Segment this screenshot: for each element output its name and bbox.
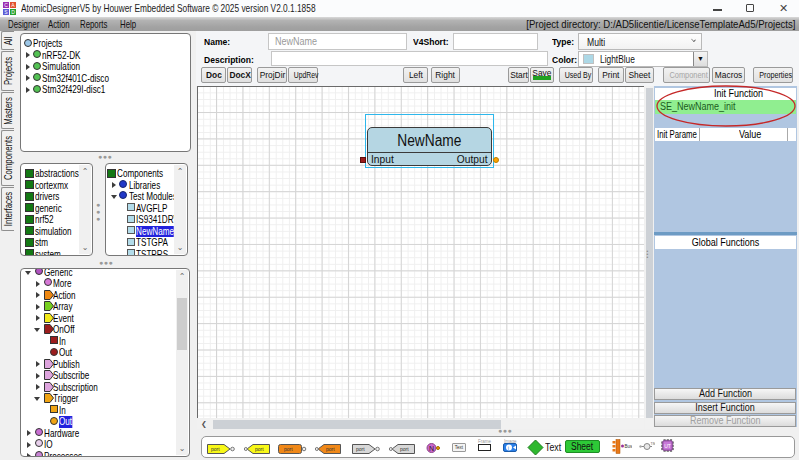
svg-text:port: port: [326, 446, 335, 452]
svg-text:TM: TM: [651, 442, 656, 446]
svg-text:port: port: [211, 446, 220, 452]
svg-text:port: port: [284, 446, 293, 452]
svg-text:N: N: [429, 445, 434, 452]
svg-text:port: port: [356, 446, 365, 452]
svg-text:port: port: [400, 446, 409, 452]
svg-text:i: i: [508, 445, 509, 451]
svg-text:Bus: Bus: [625, 444, 633, 449]
svg-text:port: port: [255, 446, 264, 452]
svg-text:UT: UT: [664, 443, 671, 449]
